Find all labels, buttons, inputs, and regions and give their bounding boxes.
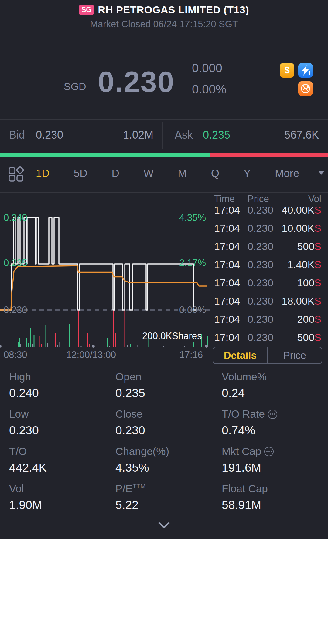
pct-label-mid: 2.17% <box>152 258 206 268</box>
tape-row: 17:040.230 200S <box>213 313 328 325</box>
sell-flag: S <box>314 313 321 325</box>
info-icon[interactable] <box>264 447 274 456</box>
chevron-down-icon[interactable] <box>318 171 324 175</box>
currency-label: SGD <box>64 81 86 93</box>
stat-turnover: T/O 442.4K <box>9 445 115 483</box>
stat-vol: Vol 1.90M <box>9 483 115 520</box>
tape-row: 17:040.230 500S <box>213 241 328 253</box>
sell-flag: S <box>314 241 321 252</box>
chevron-down-icon <box>158 522 170 529</box>
stat-low: Low 0.230 <box>9 408 115 445</box>
period-tabs: 1D 5D D W M Q Y More <box>36 167 299 179</box>
expand-panel-button[interactable] <box>155 519 173 531</box>
tape-header-price: Price <box>248 194 269 204</box>
ask-volume: 567.6K <box>261 129 319 141</box>
time-sales-panel: Time Price Vol 17:040.230 40.00KS 17:040… <box>213 192 328 345</box>
tab-w[interactable]: W <box>144 167 154 179</box>
dollar-icon[interactable]: $ <box>280 63 294 78</box>
price-button[interactable]: Price <box>268 347 322 363</box>
price-change-percent: 0.00% <box>192 83 226 96</box>
tab-1d[interactable]: 1D <box>36 167 50 179</box>
tape-row: 17:040.230 500S <box>213 332 328 344</box>
tab-more[interactable]: More <box>275 167 299 179</box>
tape-mode-switch: Details Price <box>213 347 322 364</box>
stat-close: Close 0.230 <box>115 408 222 445</box>
exchange-badge: SG <box>79 5 94 15</box>
bid-label: Bid <box>9 129 25 141</box>
stats-grid: High 0.240 Open 0.235 Volume% 0.24 Low 0… <box>9 371 322 520</box>
bid-ask-divider <box>162 122 163 149</box>
header: SG RH PETROGAS LIMITED (T13) <box>0 4 328 16</box>
bid-volume: 1.02M <box>103 129 153 141</box>
flash-level: 1 <box>308 70 311 77</box>
ask-label: Ask <box>175 129 193 141</box>
market-status: Market Closed 06/24 17:15:20 SGT <box>0 19 328 30</box>
tape-row: 17:040.230 18.00KS <box>213 295 328 307</box>
y-label-base: 0.230 <box>4 305 27 315</box>
stat-mkt-cap: Mkt Cap 191.6M <box>222 445 322 483</box>
period-tabbar: 1D 5D D W M Q Y More <box>0 157 328 193</box>
tab-q[interactable]: Q <box>211 167 219 179</box>
pct-label-high: 4.35% <box>152 212 206 223</box>
ask-ratio-segment <box>210 153 328 157</box>
x-tick-midday: 12:00/13:00 <box>61 349 121 360</box>
tape-header-vol: Vol <box>308 194 321 204</box>
stat-open: Open 0.235 <box>115 371 222 408</box>
tape-row: 17:040.230 40.00KS <box>213 204 328 216</box>
no-short-icon[interactable] <box>298 81 313 96</box>
last-price: 0.230 <box>98 65 175 99</box>
volume-annotation: 200.0KShares <box>142 331 202 342</box>
tab-5d[interactable]: 5D <box>74 167 87 179</box>
tape-header-time: Time <box>214 194 235 204</box>
promo-banner: TIGER BROKERS Scan the QR code to partic… <box>0 539 328 644</box>
stat-change-pct: Change(%) 4.35% <box>115 445 222 483</box>
sell-flag: S <box>314 295 321 307</box>
y-label-mid: 0.235 <box>4 258 27 268</box>
sell-flag: S <box>314 259 321 270</box>
stock-detail-page: SG RH PETROGAS LIMITED (T13) Market Clos… <box>0 0 328 644</box>
tape-row: 17:040.230 10.00KS <box>213 222 328 234</box>
chart-layout-icon[interactable] <box>8 166 24 183</box>
tab-y[interactable]: Y <box>244 167 251 179</box>
bid-price[interactable]: 0.230 <box>36 129 63 141</box>
tape-row: 17:040.230 1.40KS <box>213 259 328 271</box>
tab-m[interactable]: M <box>178 167 187 179</box>
price-change: 0.000 <box>192 61 222 75</box>
flash-quote-icon[interactable]: 1 <box>298 63 313 78</box>
ask-price[interactable]: 0.235 <box>203 129 230 141</box>
tab-d[interactable]: D <box>111 167 119 179</box>
tape-row: 17:040.230 100S <box>213 277 328 289</box>
y-label-high: 0.240 <box>4 212 27 223</box>
sell-flag: S <box>314 332 321 343</box>
sell-flag: S <box>314 222 321 234</box>
page-title: RH PETROGAS LIMITED (T13) <box>98 4 249 16</box>
dollar-glyph: $ <box>284 65 289 76</box>
stat-to-rate: T/O Rate 0.74% <box>222 408 322 445</box>
stat-high: High 0.240 <box>9 371 115 408</box>
bid-ask-panel: Bid 0.230 1.02M Ask 0.235 567.6K <box>0 119 328 154</box>
sell-flag: S <box>314 277 321 288</box>
details-button[interactable]: Details <box>213 347 268 363</box>
x-tick-close: 17:16 <box>170 349 203 360</box>
stat-pe: P/ETTM 5.22 <box>115 483 222 520</box>
no-short-glyph <box>300 83 311 94</box>
bid-ratio-segment <box>0 153 210 157</box>
info-icon[interactable] <box>268 410 277 419</box>
bid-ask-ratio-bar <box>0 153 328 157</box>
x-tick-open: 08:30 <box>4 349 27 360</box>
pct-label-base: 0.00% <box>152 305 206 315</box>
stat-float-cap: Float Cap 58.91M <box>222 483 322 520</box>
stat-volume-pct: Volume% 0.24 <box>222 371 322 408</box>
sell-flag: S <box>314 204 321 216</box>
